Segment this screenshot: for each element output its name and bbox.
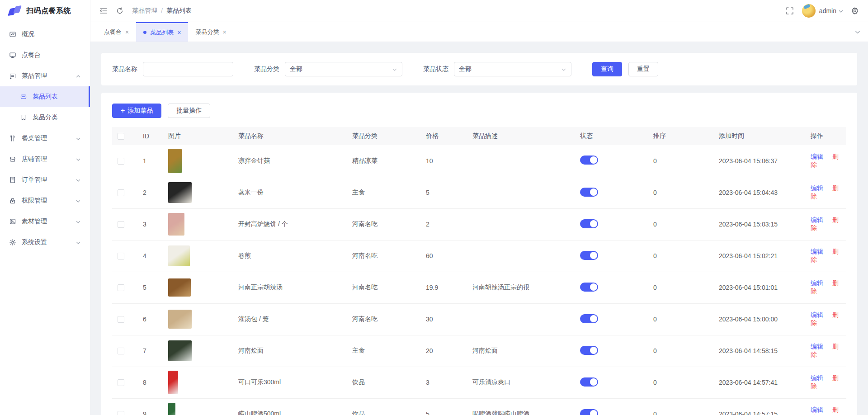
chevron-down-icon [75,219,81,224]
edit-link[interactable]: 编辑 [811,311,823,318]
search-button[interactable]: 查询 [592,62,622,76]
dish-sort: 0 [648,272,713,303]
sidebar-subitem-dish-list[interactable]: 菜品列表 [0,86,90,107]
reset-button[interactable]: 重置 [628,62,658,76]
edit-link[interactable]: 编辑 [811,374,823,382]
logo-icon [8,5,22,17]
edit-link[interactable]: 编辑 [811,153,823,160]
dish-photo[interactable] [168,340,192,361]
settings-gear-icon[interactable] [851,7,859,15]
dish-category: 河南名吃 [347,303,420,335]
edit-link[interactable]: 编辑 [811,279,823,287]
app-root: 扫码点餐系统 概况 点餐台 菜品管理 [0,0,868,415]
edit-link[interactable]: 编辑 [811,248,823,255]
tab-dish-list[interactable]: 菜品列表 × [136,22,188,42]
sidebar-item-dish-management[interactable]: 菜品管理 [0,66,90,86]
table-row: 7 河南烩面 主食 20 河南烩面 0 2023-06-04 14:58:15 … [112,335,846,367]
dish-created-time: 2023-06-04 15:00:00 [713,303,805,335]
dish-created-time: 2023-06-04 14:57:15 [713,398,805,415]
refresh-icon[interactable] [116,7,124,15]
row-checkbox[interactable] [118,253,124,259]
sidebar-item-permission-management[interactable]: 权限管理 [0,190,90,211]
row-checkbox[interactable] [118,348,124,354]
status-toggle[interactable] [580,188,598,197]
dish-description [467,145,575,177]
row-checkbox[interactable] [118,284,124,291]
dish-status-select[interactable]: 全部 [454,62,571,76]
tab-order-desk[interactable]: 点餐台 × [97,22,136,42]
row-checkbox[interactable] [118,221,124,228]
dish-photo[interactable] [168,371,178,394]
sidebar-item-material-management[interactable]: 素材管理 [0,211,90,232]
col-actions: 操作 [805,127,846,145]
dish-price: 30 [420,303,467,335]
sidebar-item-shop-management[interactable]: 店铺管理 [0,149,90,170]
status-toggle[interactable] [580,409,598,415]
status-toggle[interactable] [580,251,598,260]
sidebar-subitem-dish-category[interactable]: 菜品分类 [0,107,90,128]
dish-category-select[interactable]: 全部 [285,62,402,76]
dish-created-time: 2023-06-04 15:02:21 [713,240,805,272]
username[interactable]: admin [819,7,836,14]
dish-category-label: 菜品分类 [254,65,279,73]
batch-operation-button[interactable]: 批量操作 [168,104,210,118]
dish-id: 9 [137,398,163,415]
filter-dish-category: 菜品分类 全部 [254,62,402,76]
row-checkbox[interactable] [118,316,124,323]
table-row: 2 蒸米一份 主食 5 0 2023-06-04 15:04:43 编辑 删除 [112,177,846,208]
dish-photo[interactable] [168,182,192,203]
tab-list-chevron-down-icon[interactable] [854,22,861,42]
row-checkbox[interactable] [118,189,124,196]
dish-photo[interactable] [168,213,184,236]
sidebar-item-label: 菜品管理 [22,72,75,80]
dish-created-time: 2023-06-04 15:06:37 [713,145,805,177]
select-all-checkbox[interactable] [118,133,124,140]
topbar: 菜品管理 / 菜品列表 admin [90,0,868,22]
sidebar-item-overview[interactable]: 概况 [0,24,90,45]
dish-category: 河南名吃 [347,208,420,240]
edit-link[interactable]: 编辑 [811,406,823,413]
edit-link[interactable]: 编辑 [811,216,823,223]
tabbar: 点餐台 × 菜品列表 × 菜品分类 × [90,22,868,42]
dish-name-label: 菜品名称 [112,65,137,73]
chevron-down-icon [75,198,81,203]
chevron-down-icon[interactable] [838,8,844,14]
close-icon[interactable]: × [222,29,226,35]
status-toggle[interactable] [580,377,598,387]
dish-photo[interactable] [168,278,191,297]
dish-description [467,177,575,208]
edit-link[interactable]: 编辑 [811,343,823,350]
sidebar-item-order-desk[interactable]: 点餐台 [0,45,90,66]
table-row: 6 灌汤包 / 笼 河南名吃 30 0 2023-06-04 15:00:00 … [112,303,846,335]
dish-photo[interactable] [168,310,192,329]
status-toggle[interactable] [580,219,598,228]
dish-photo[interactable] [168,245,190,266]
breadcrumb-separator: / [161,7,163,14]
dish-id: 1 [137,145,163,177]
bookmark-icon [20,114,27,121]
dish-description: 河南烩面 [467,335,575,367]
row-checkbox[interactable] [118,379,124,386]
tab-dish-category[interactable]: 菜品分类 × [188,22,233,42]
add-dish-button[interactable]: + 添加菜品 [112,104,161,118]
status-toggle[interactable] [580,156,598,165]
close-icon[interactable]: × [125,29,129,35]
row-checkbox[interactable] [118,411,124,415]
row-checkbox[interactable] [118,158,124,165]
dish-name-input[interactable] [143,62,233,76]
status-toggle[interactable] [580,283,598,292]
sidebar-item-order-management[interactable]: 订单管理 [0,170,90,190]
dish-photo[interactable] [168,403,175,415]
sidebar-item-table-management[interactable]: 餐桌管理 [0,128,90,149]
dish-id: 2 [137,177,163,208]
user-avatar[interactable] [802,4,816,18]
sidebar-item-system-settings[interactable]: 系统设置 [0,232,90,253]
collapse-sidebar-icon[interactable] [99,7,108,15]
status-toggle[interactable] [580,346,598,355]
status-toggle[interactable] [580,314,598,323]
close-icon[interactable]: × [177,29,181,36]
edit-link[interactable]: 编辑 [811,184,823,192]
breadcrumb-parent[interactable]: 菜品管理 [132,7,157,15]
fullscreen-icon[interactable] [786,7,794,15]
dish-photo[interactable] [168,149,182,173]
